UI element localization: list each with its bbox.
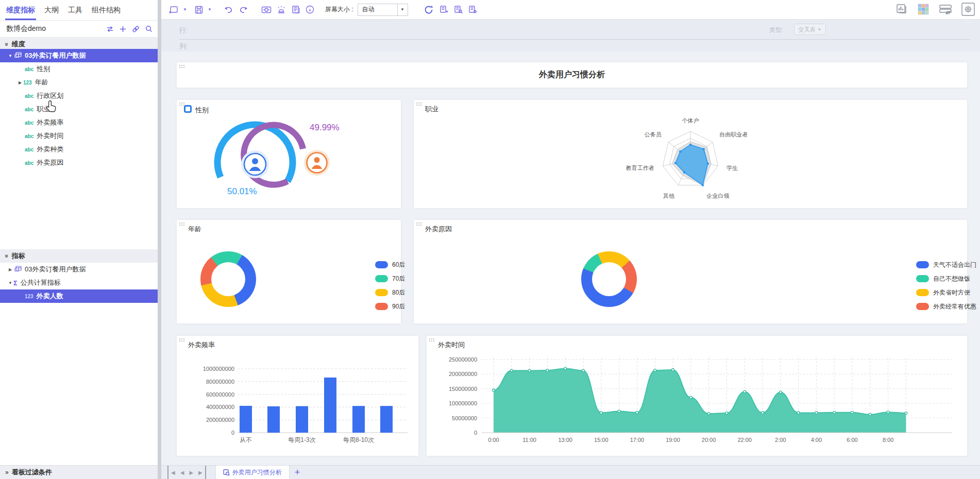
tree-node-dataset-root[interactable]: ▼ 03外卖订餐用户数据 [0,49,158,62]
data-point[interactable] [493,389,495,391]
tree-item-category[interactable]: abc外卖种类 [0,143,158,156]
data-point[interactable] [600,412,602,414]
alert-button[interactable] [274,3,289,17]
bar[interactable] [352,406,365,433]
tree-item-region[interactable]: abc行政区划 [0,89,158,102]
caret-right-icon[interactable]: ▶ [17,80,23,85]
save-button[interactable] [192,3,206,17]
switch-dataset-icon[interactable] [106,26,114,32]
caret-down-icon[interactable]: ▼ [7,281,13,285]
next-sheet-button[interactable]: ▶ [187,466,196,479]
hide-panels-icon[interactable] [939,4,952,16]
bar[interactable] [324,378,336,433]
data-point[interactable] [582,369,585,372]
data-point[interactable] [833,411,836,414]
drag-handle[interactable] [179,102,184,106]
legend-item[interactable]: 自己不想做饭 [916,274,976,283]
new-dropdown-caret[interactable]: ▼ [181,7,189,12]
new-dashboard-button[interactable] [166,3,181,17]
reason-donut-chart[interactable] [581,251,637,307]
tab-tools[interactable]: 工具 [68,0,82,20]
info-button[interactable] [303,3,317,17]
frequency-chart-card[interactable]: 外卖频率 02000000004000000006000000008000000… [177,336,418,456]
data-point[interactable] [510,369,513,372]
selected-checkbox[interactable] [184,105,192,113]
data-point[interactable] [546,369,549,372]
data-point[interactable] [762,412,764,414]
data-point[interactable] [887,411,889,414]
sidebar-splitter[interactable] [158,0,161,479]
add-icon[interactable] [120,26,126,32]
undo-button[interactable] [221,3,236,17]
data-point[interactable] [654,369,656,372]
preview-button[interactable] [259,3,274,17]
report-button[interactable] [289,3,303,17]
drag-handle[interactable] [179,64,184,69]
screen-size-select[interactable]: 自动 ▼ [358,4,408,16]
dashboard-title-card[interactable]: 外卖用户习惯分析 [177,62,967,88]
data-point[interactable] [815,412,818,414]
data-point[interactable] [528,369,531,372]
data-point[interactable] [851,411,854,414]
data-point[interactable] [707,413,710,415]
bar[interactable] [296,406,308,433]
legend-item[interactable]: 90后 [375,302,405,311]
occupation-chart-card[interactable]: 职业 个体户自由职业者学生企业白领其他教育工作者公务员 [414,100,967,208]
add-sheet-button[interactable] [436,3,451,17]
tree-item-time[interactable]: abc外卖时间 [0,129,158,143]
legend-item[interactable]: 外卖省时方便 [916,288,976,297]
sheet-tab-active[interactable]: 外卖用户习惯分析 [215,466,290,479]
metric-node-dataset[interactable]: ▶ 03外卖订餐用户数据 [0,263,158,276]
tree-item-reason[interactable]: abc外卖原因 [0,156,158,169]
legend-item[interactable]: 80后 [375,288,405,297]
first-sheet-button[interactable]: ◀ [167,466,178,479]
refresh-button[interactable] [421,3,436,17]
redo-button[interactable] [236,3,251,17]
drag-handle[interactable] [416,222,421,226]
data-point[interactable] [779,391,782,394]
tab-dimensions-metrics[interactable]: 维度指标 [6,0,35,20]
legend-item[interactable]: 60后 [375,260,405,269]
data-point[interactable] [618,410,620,413]
data-point[interactable] [744,390,746,393]
metric-item-delivery-count[interactable]: 123 外卖人数 [0,289,158,303]
legend-item[interactable]: 天气不适合出门 [916,260,976,269]
board-filter-footer[interactable]: » 看板过滤条件 [0,465,161,479]
drag-handle[interactable] [179,222,184,226]
data-point[interactable] [689,396,692,399]
data-point[interactable] [564,367,567,370]
caret-right-icon[interactable]: ▶ [7,267,13,272]
data-point[interactable] [636,411,638,414]
gender-chart-card[interactable]: 性别 4 [177,100,401,208]
search-icon[interactable] [145,25,153,32]
time-chart-card[interactable]: 外卖时间 05000000010000000015000000020000000… [427,336,967,456]
legend-item[interactable]: 70后 [375,274,405,283]
data-point[interactable] [869,413,871,416]
chart-pages-icon[interactable] [895,4,908,16]
prev-sheet-button[interactable]: ◀ [178,466,187,479]
tab-component-structure[interactable]: 组件结构 [92,0,121,20]
data-point[interactable] [797,412,800,414]
tree-item-frequency[interactable]: abc外卖频率 [0,116,158,129]
settings-gear-icon[interactable] [961,3,975,18]
tree-item-age[interactable]: ▶123年龄 [0,76,158,89]
data-point[interactable] [905,412,907,415]
metric-node-calculated[interactable]: ▼ Σ 公共计算指标 [0,276,158,289]
add-sheet-tab-button[interactable]: + [290,466,306,479]
chart-type-select[interactable]: 交叉表▼ [794,24,826,35]
last-sheet-button[interactable]: ▶ [196,466,206,479]
caret-down-icon[interactable]: ▼ [7,54,13,58]
tree-item-gender[interactable]: abc性别 [0,62,158,76]
tab-outline[interactable]: 大纲 [44,0,59,20]
data-point[interactable] [725,412,728,415]
row-shelf[interactable]: 行: 类型: 交叉表▼ [161,20,980,40]
col-shelf[interactable]: 列: [161,40,980,52]
tree-item-occupation[interactable]: abc职业 [0,102,158,116]
age-chart-card[interactable]: 年龄 60后70后80后90后 [177,220,401,323]
reason-chart-card[interactable]: 外卖原因 天气不适合出门自己不想做饭外卖省时方便外卖经常有优惠 [414,220,967,323]
link-icon[interactable] [132,25,140,33]
data-point[interactable] [672,368,674,371]
save-dropdown-caret[interactable]: ▼ [206,7,213,12]
bar[interactable] [380,406,393,433]
legend-item[interactable]: 外卖经常有优惠 [916,302,976,311]
